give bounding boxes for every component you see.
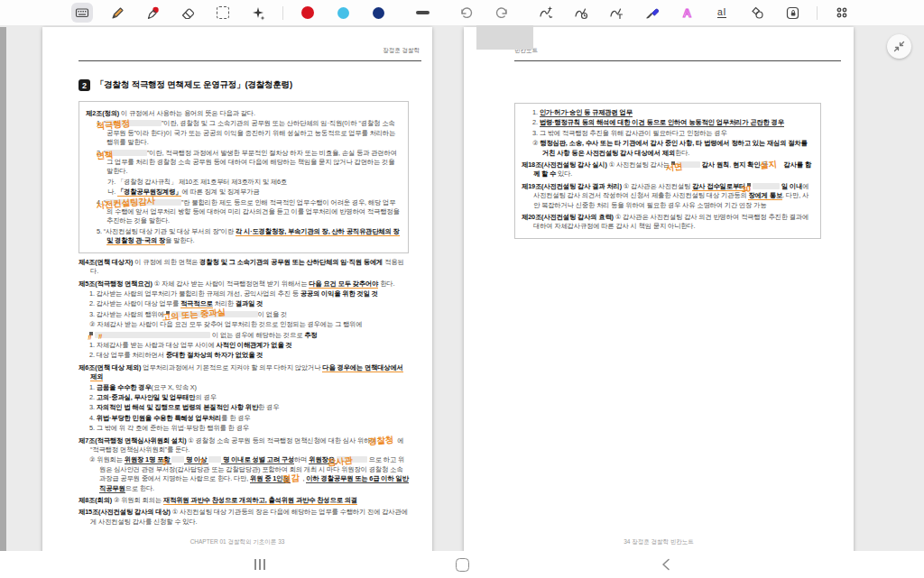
doc-line: 2. “면책”이란, 적극행정 과정에서 발생한 부분적인 절차상 하자 또는 … bbox=[97, 149, 402, 177]
doc-line: 제7조(적극행정 면책심사위원회 설치) ① 경찰청 소속 공무원 등의 적극행… bbox=[79, 436, 409, 455]
color-cyan-button[interactable] bbox=[332, 3, 354, 23]
ink-pen-icon bbox=[644, 5, 660, 21]
document-canvas[interactable]: 장정훈 경찰학 2 「경찰청 적극행정 면책제도 운영규정」(경찰청훈령) 제2… bbox=[0, 25, 924, 551]
handwritten-annotation: 면책 bbox=[106, 150, 113, 159]
fill-in-blank: 〃 〃 bbox=[95, 332, 210, 338]
doc-line: ② 행정심판, 소송, 수사 또는 타 기관에서 감사 중인 사항, 타 법령에… bbox=[532, 139, 814, 158]
doc-line: 2. 감사받는 사람이 대상 업무를 적극적으로 처리한 결과일 것 bbox=[89, 299, 409, 308]
svg-text:A: A bbox=[682, 6, 691, 20]
stroke-width-icon bbox=[416, 11, 430, 14]
doc-line: 제15조(사전컨설팅 감사의 대상) ① 사전컨설팅 대상 기관등의 장은 다음… bbox=[79, 508, 409, 527]
doc-line: 3. 감사받는 사람의 행위에 고의 또는 중과실이 없을 것 bbox=[89, 310, 409, 319]
page-right-body: 1. 인가·허가·승인 등 규제관련 업무2. 법령·행정규칙 등의 해석에 대… bbox=[514, 103, 821, 243]
scroll-position-overlay bbox=[476, 25, 533, 50]
handwritten-annotation: 적극행정 bbox=[106, 119, 130, 129]
back-nav-button[interactable] bbox=[639, 551, 693, 578]
section-title-row: 2 「경찰청 적극행정 면책제도 운영규정」(경찰청훈령) bbox=[79, 79, 409, 91]
home-icon bbox=[456, 558, 469, 572]
fill-in-blank: 5 bbox=[171, 456, 184, 463]
back-icon bbox=[661, 558, 671, 571]
screen-lock-button[interactable] bbox=[781, 3, 803, 23]
page-left-body: 제2조(정의) 이 규정에서 사용하는 용어의 뜻은 다음과 같다.1. “적극… bbox=[79, 101, 409, 528]
annotation-toolbar: A aI bbox=[0, 0, 924, 25]
keyboard-icon bbox=[75, 5, 89, 20]
doc-line: 제2조(정의) 이 규정에서 사용하는 용어의 뜻은 다음과 같다. bbox=[86, 109, 402, 118]
doc-line: 5. “사전컨설팅 대상 기관 및 대상 부서의 장”이란 각 시·도경찰청장,… bbox=[97, 227, 402, 246]
collapse-arrows-icon bbox=[893, 41, 905, 52]
fill-in-blank: 고의 또는 중과실 bbox=[171, 311, 258, 317]
page1-box: 제2조(정의) 이 규정에서 사용하는 용어의 뜻은 다음과 같다.1. “적극… bbox=[79, 101, 409, 253]
highlighter-tool-button[interactable] bbox=[142, 3, 163, 23]
apps-grid-button[interactable] bbox=[831, 3, 853, 23]
toolbar-divider bbox=[817, 6, 818, 20]
magic-wand-button[interactable] bbox=[247, 3, 269, 23]
undo-button[interactable] bbox=[456, 3, 477, 23]
pen-gesture-sparkle-icon bbox=[538, 5, 554, 21]
doc-line: 5. 그 밖에 위 각 호에 준하는 위법·부당한 행위를 한 경우 bbox=[89, 424, 409, 433]
magic-wand-icon bbox=[251, 5, 266, 21]
section-number-badge: 2 bbox=[79, 79, 90, 91]
handwritten-annotation: 사전컨설팅감사 bbox=[106, 196, 155, 208]
doc-line: 가. 「경찰청 감사규칙」 제10조 제1호부터 제3호까지 및 제6호 bbox=[107, 178, 402, 187]
fill-in-blank: 30 bbox=[753, 183, 780, 189]
doc-line: 1. 자체감사를 받는 사람과 대상 업무 사이에 사적인 이해관계가 없을 것 bbox=[89, 341, 409, 350]
text-style-button[interactable]: aI bbox=[711, 3, 733, 23]
doc-line: 1. 감사받는 사람의 업무처리가 불합리한 규제의 개선, 공익사업의 추진 … bbox=[89, 289, 409, 298]
pen-gesture-text-button[interactable] bbox=[605, 3, 627, 23]
doc-line: 2. 대상 업무를 처리하면서 중대한 절차상의 하자가 없었을 것 bbox=[89, 351, 409, 360]
recents-nav-button[interactable] bbox=[233, 551, 287, 578]
doc-line: 2. 법령·행정규칙 등의 해석에 대한 이견 등으로 인하여 능동적인 업무처… bbox=[532, 118, 814, 127]
doc-line: 1. 인가·허가·승인 등 규제관련 업무 bbox=[532, 108, 814, 117]
ink-pen-button[interactable] bbox=[641, 3, 662, 23]
doc-line: ② 자체감사 받는 사람이 다음 요건 모두 갖추어 업무처리한 것으로 인정되… bbox=[89, 320, 409, 329]
document-page-right[interactable]: 빈칸노트 1. 인가·허가·승인 등 규제관련 업무2. 법령·행정규칙 등의 … bbox=[464, 27, 854, 557]
collapse-toolbar-button[interactable] bbox=[887, 34, 911, 59]
doc-line: 제8조(회의) ② 위원회 회의는 재적위원 과반수 찬성으로 개의하고, 출석… bbox=[79, 496, 409, 505]
previous-page-edge bbox=[0, 27, 6, 551]
system-navigation-bar bbox=[0, 551, 924, 578]
doc-line: 3. 그 밖에 적극행정 추진을 위해 감사관이 필요하다고 인정하는 경우 bbox=[532, 129, 814, 138]
pen-gesture-history-button[interactable] bbox=[570, 3, 592, 23]
header-rule bbox=[79, 60, 421, 61]
keyboard-tool-button[interactable] bbox=[71, 3, 93, 23]
doc-line: 2. 고의·중과실, 무사안일 및 업무태만의 경우 bbox=[89, 393, 409, 402]
pen-tool-button[interactable] bbox=[106, 3, 128, 23]
document-page-left[interactable]: 장정훈 경찰학 2 「경찰청 적극행정 면책제도 운영규정」(경찰청훈령) 제2… bbox=[42, 27, 432, 557]
stroke-width-button[interactable] bbox=[411, 3, 433, 23]
text-highlight-button[interactable]: A bbox=[676, 3, 698, 23]
shapes-tool-button[interactable] bbox=[746, 3, 768, 23]
redo-button[interactable] bbox=[491, 3, 513, 23]
cyan-color-swatch bbox=[337, 7, 349, 19]
eraser-icon bbox=[180, 5, 196, 21]
pen-icon bbox=[110, 5, 125, 21]
recents-icon bbox=[254, 559, 265, 570]
page2-box: 1. 인가·허가·승인 등 규제관련 업무2. 법령·행정규칙 등의 해석에 대… bbox=[514, 103, 821, 239]
handwritten-annotation: 감사관 bbox=[337, 456, 353, 465]
doc-line: 제18조(사전컨설팅 감사 실시) ① 사전컨설팅 감사는 서면 감사 원칙, … bbox=[522, 161, 814, 179]
toolbar-divider bbox=[282, 6, 283, 20]
color-navy-button[interactable] bbox=[367, 3, 389, 23]
page-left-footer: CHAPTER 01 경찰학의 기초이론 33 bbox=[42, 538, 432, 546]
home-nav-button[interactable] bbox=[435, 551, 489, 578]
color-red-button[interactable] bbox=[297, 3, 319, 23]
doc-line: 〃 〃 이 없는 경우에 해당하는 것으로 추정 bbox=[89, 331, 409, 340]
doc-line: 제19조(사전컨설팅 감사 결과 처리) ① 감사관은 사전컨설팅 감사 접수일… bbox=[522, 182, 814, 210]
doc-line: ② 위원회는 위원장 1명 포함 5 명 이상 7 명 이내로 성별 고려 구성… bbox=[89, 455, 409, 493]
lasso-select-button[interactable] bbox=[212, 3, 234, 23]
handwritten-annotation: 서면 bbox=[677, 162, 682, 170]
apps-grid-icon bbox=[835, 5, 849, 20]
text-style-icon: aI bbox=[717, 7, 726, 18]
screen-lock-icon bbox=[785, 5, 800, 21]
fill-in-blank: 사전컨설팅감사 bbox=[106, 199, 181, 206]
eraser-tool-button[interactable] bbox=[177, 3, 199, 23]
highlighter-icon bbox=[145, 5, 161, 21]
pen-gesture-text-icon bbox=[608, 5, 624, 21]
handwritten-annotation: 〃 〃 bbox=[95, 332, 105, 341]
fill-in-blank: 서면 bbox=[677, 161, 700, 168]
undo-icon bbox=[459, 5, 474, 20]
text-highlight-icon: A bbox=[679, 5, 695, 21]
section-title: 「경찰청 적극행정 면책제도 운영규정」(경찰청훈령) bbox=[96, 79, 292, 91]
pen-gesture-sparkle-button[interactable] bbox=[535, 3, 557, 23]
doc-line: 1. 금품을 수수한 경우(요구 X, 약속 X) bbox=[89, 383, 409, 392]
doc-line: 1. “적극행정”이란, 경찰청 및 그 소속기관의 공무원 또는 산하단체의 … bbox=[97, 119, 402, 147]
